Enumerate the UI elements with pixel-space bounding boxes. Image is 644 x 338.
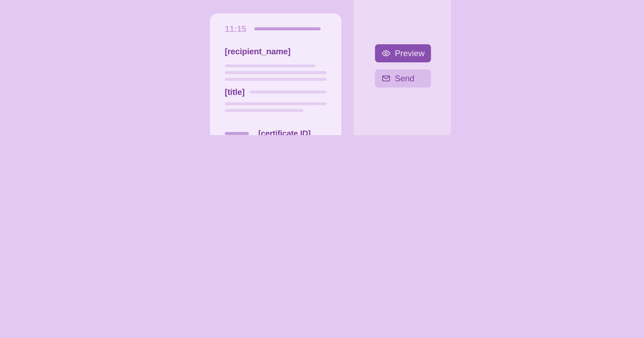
envelope-icon [382,74,390,83]
skeleton-group-1 [225,64,327,81]
preview-button[interactable]: Preview [375,44,431,62]
recipient-name-placeholder: [recipient_name] [225,46,327,56]
title-placeholder: [title] [225,87,245,97]
document-header: 11:15 [225,24,327,34]
skeleton-line [250,90,326,94]
skeleton-line [225,109,303,112]
time-display: 11:15 [225,24,246,34]
skeleton-line [225,64,315,68]
svg-point-0 [385,52,387,54]
footer-skeleton-bar [225,132,249,135]
document-footer: [certificate ID] [225,129,327,135]
left-panel: 11:15 [recipient_name] [title] [certific… [193,0,354,135]
skeleton-line [225,78,327,81]
right-panel: Preview Send [354,0,451,135]
eye-icon [382,49,390,58]
skeleton-line [225,71,327,74]
stage: 11:15 [recipient_name] [title] [certific… [193,0,451,135]
header-skeleton-bar [254,27,321,30]
preview-button-label: Preview [395,48,425,58]
send-button-label: Send [395,74,414,83]
certificate-id-placeholder: [certificate ID] [258,129,310,135]
document-preview: 11:15 [recipient_name] [title] [certific… [210,14,342,135]
send-button[interactable]: Send [375,70,431,88]
title-row: [title] [225,87,327,97]
skeleton-line [225,102,327,105]
skeleton-group-2 [225,102,327,112]
